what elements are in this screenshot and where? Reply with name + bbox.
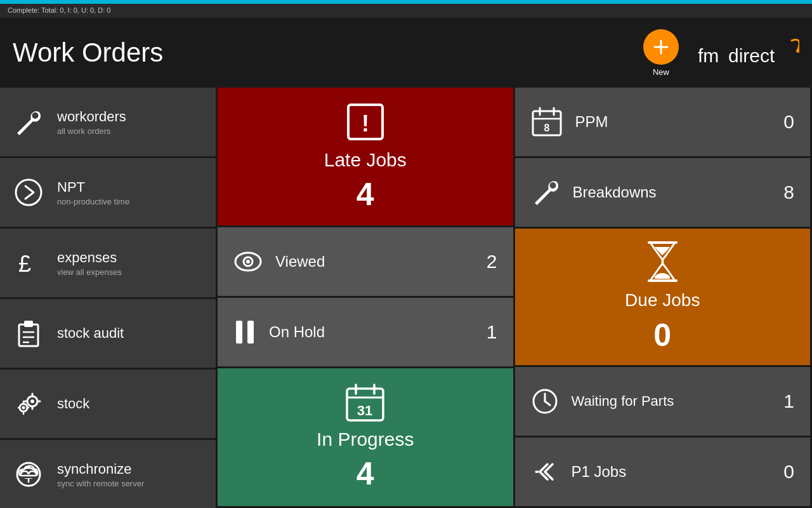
svg-point-33 [246, 260, 250, 264]
status-bar: Complete: Total: 0, I: 0, U: 0, D: 0 [0, 4, 812, 18]
synchronize-text: synchronize sync with remote server [57, 461, 144, 488]
calendar-icon: 31 [344, 382, 386, 424]
tile-viewed[interactable]: Viewed 2 [218, 227, 513, 296]
p1-jobs-count: 0 [783, 461, 794, 483]
late-jobs-label: Late Jobs [324, 149, 407, 171]
left-column: ! Late Jobs 4 Viewed 2 [218, 88, 513, 506]
header: Work Orders New fm direct [0, 18, 812, 88]
logo-svg: fm direct [698, 36, 799, 70]
late-jobs-count: 4 [357, 176, 374, 213]
in-progress-count: 4 [357, 455, 374, 492]
svg-text:fm: fm [698, 45, 719, 66]
stock-label: stock [57, 396, 89, 412]
ppm-count: 0 [783, 111, 794, 133]
breakdowns-label: Breakdowns [573, 184, 771, 201]
sidebar-item-npt[interactable]: NPT non-productive time [0, 158, 216, 227]
main-layout: workorders all work orders NPT non-produ… [0, 88, 812, 508]
tile-waiting-for-parts[interactable]: Waiting for Parts 1 [515, 367, 811, 436]
in-progress-label: In Progress [317, 429, 414, 450]
sidebar-item-expenses[interactable]: £ expenses view all expenses [0, 229, 216, 297]
chevron-right-icon [13, 177, 44, 208]
tile-on-hold[interactable]: On Hold 1 [218, 298, 513, 366]
expenses-sublabel: view all expenses [57, 267, 122, 277]
svg-rect-8 [24, 321, 33, 327]
viewed-label: Viewed [275, 253, 474, 271]
pause-icon [233, 318, 256, 346]
header-actions: New fm direct [643, 29, 799, 77]
eye-icon [233, 250, 263, 273]
ppm-label: PPM [575, 113, 771, 131]
svg-text:!: ! [362, 110, 369, 137]
expenses-label: expenses [57, 250, 122, 266]
tile-late-jobs[interactable]: ! Late Jobs 4 [218, 88, 513, 225]
sidebar-item-stock[interactable]: stock [0, 370, 216, 438]
svg-text:£: £ [18, 251, 31, 277]
priority-icon [531, 458, 559, 486]
svg-line-50 [545, 401, 550, 405]
alert-icon: ! [343, 100, 388, 144]
waiting-count: 1 [783, 391, 794, 412]
svg-rect-34 [236, 321, 242, 344]
svg-text:8: 8 [544, 123, 549, 133]
wrench-icon [13, 106, 44, 138]
p1-jobs-label: P1 Jobs [572, 463, 771, 481]
wrench-tile-icon [531, 178, 560, 207]
svg-text:31: 31 [357, 403, 372, 418]
due-jobs-label: Due Jobs [625, 290, 700, 311]
content-grid: ! Late Jobs 4 Viewed 2 [216, 88, 812, 508]
due-jobs-count: 0 [653, 317, 671, 354]
workorders-text: workorders all work orders [57, 109, 126, 136]
svg-rect-35 [247, 321, 254, 344]
viewed-count: 2 [487, 251, 497, 272]
sidebar-item-stock-audit[interactable]: stock audit [0, 299, 216, 368]
sidebar: workorders all work orders NPT non-produ… [0, 88, 216, 508]
sidebar-item-workorders[interactable]: workorders all work orders [0, 88, 216, 156]
workorders-label: workorders [57, 109, 126, 125]
svg-text:direct: direct [728, 45, 775, 66]
on-hold-label: On Hold [269, 323, 474, 341]
tile-ppm[interactable]: 8 PPM 0 [515, 88, 811, 156]
new-button-label: New [653, 67, 669, 77]
stock-audit-text: stock audit [57, 325, 124, 342]
sync-icon [13, 458, 44, 490]
tile-due-jobs[interactable]: Due Jobs 0 [515, 229, 811, 366]
hourglass-icon [642, 239, 683, 284]
svg-point-13 [30, 399, 34, 403]
breakdowns-count: 8 [783, 182, 794, 203]
svg-point-15 [22, 406, 25, 410]
gears-icon [13, 388, 44, 420]
tile-in-progress[interactable]: 31 In Progress 4 [218, 368, 513, 506]
new-button[interactable]: New [643, 29, 679, 77]
synchronize-sublabel: sync with remote server [57, 479, 144, 488]
workorders-sublabel: all work orders [57, 126, 126, 136]
expenses-text: expenses view all expenses [57, 250, 122, 277]
sidebar-item-synchronize[interactable]: synchronize sync with remote server [0, 440, 216, 508]
tile-breakdowns[interactable]: Breakdowns 8 [515, 158, 811, 227]
npt-sublabel: non-productive time [57, 197, 129, 206]
svg-point-4 [796, 49, 799, 53]
clipboard-icon [13, 318, 44, 349]
right-column: 8 PPM 0 Breakdowns 8 [515, 88, 811, 506]
clock-icon [531, 387, 559, 415]
stock-audit-label: stock audit [57, 325, 124, 342]
page-title: Work Orders [13, 37, 163, 68]
waiting-label: Waiting for Parts [572, 393, 771, 410]
calendar-8-icon: 8 [531, 106, 563, 138]
stock-text: stock [57, 396, 89, 412]
tile-p1-jobs[interactable]: P1 Jobs 0 [515, 438, 811, 506]
svg-point-5 [16, 180, 41, 205]
status-text: Complete: Total: 0, I: 0, U: 0, D: 0 [8, 6, 110, 14]
synchronize-label: synchronize [57, 461, 144, 478]
new-button-circle [643, 29, 679, 65]
logo: fm direct [698, 36, 799, 70]
npt-label: NPT [57, 179, 129, 196]
on-hold-count: 1 [487, 321, 497, 343]
pound-icon: £ [13, 247, 44, 279]
npt-text: NPT non-productive time [57, 179, 129, 206]
